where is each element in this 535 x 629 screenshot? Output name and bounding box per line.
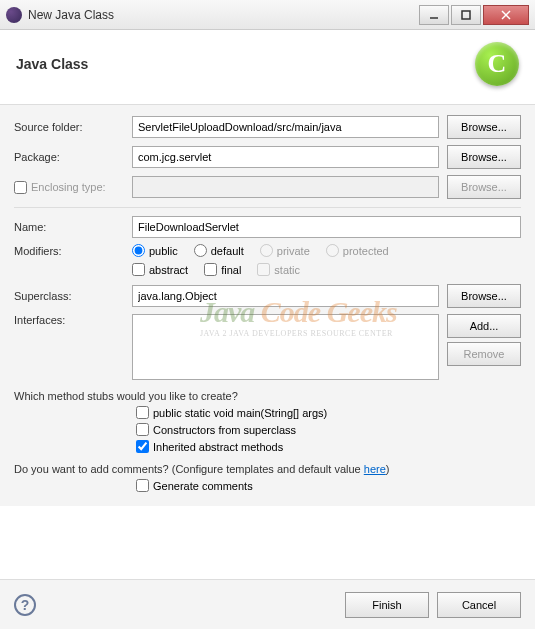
window-title: New Java Class [28, 8, 419, 22]
eclipse-icon [6, 7, 22, 23]
stub-constructors[interactable]: Constructors from superclass [136, 423, 521, 436]
modifiers-label: Modifiers: [14, 245, 124, 257]
name-label: Name: [14, 221, 124, 233]
enclosing-type-browse-button: Browse... [447, 175, 521, 199]
configure-templates-link[interactable]: here [364, 463, 386, 475]
close-button[interactable] [483, 5, 529, 25]
generate-comments[interactable]: Generate comments [136, 479, 521, 492]
interfaces-add-button[interactable]: Add... [447, 314, 521, 338]
superclass-input[interactable] [132, 285, 439, 307]
modifier-public[interactable]: public [132, 244, 178, 257]
stub-inherited[interactable]: Inherited abstract methods [136, 440, 521, 453]
name-input[interactable] [132, 216, 521, 238]
modifier-private: private [260, 244, 310, 257]
window-titlebar: New Java Class [0, 0, 535, 30]
interfaces-remove-button: Remove [447, 342, 521, 366]
finish-button[interactable]: Finish [345, 592, 429, 618]
svg-rect-1 [462, 11, 470, 19]
interfaces-list[interactable] [132, 314, 439, 380]
stub-main[interactable]: public static void main(String[] args) [136, 406, 521, 419]
interfaces-label: Interfaces: [14, 314, 124, 326]
modifier-final[interactable]: final [204, 263, 241, 276]
source-folder-input[interactable] [132, 116, 439, 138]
modifier-abstract[interactable]: abstract [132, 263, 188, 276]
enclosing-type-checkbox[interactable] [14, 181, 27, 194]
dialog-footer: ? Finish Cancel [0, 579, 535, 629]
enclosing-type-label[interactable]: Enclosing type: [14, 181, 124, 194]
help-icon[interactable]: ? [14, 594, 36, 616]
minimize-button[interactable] [419, 5, 449, 25]
modifier-protected: protected [326, 244, 389, 257]
page-title: Java Class [16, 56, 88, 72]
superclass-browse-button[interactable]: Browse... [447, 284, 521, 308]
stubs-question: Which method stubs would you like to cre… [14, 390, 521, 402]
modifier-default[interactable]: default [194, 244, 244, 257]
class-icon: C [475, 42, 519, 86]
form-area: Source folder: Browse... Package: Browse… [0, 105, 535, 506]
cancel-button[interactable]: Cancel [437, 592, 521, 618]
comments-question: Do you want to add comments? (Configure … [14, 463, 521, 475]
package-label: Package: [14, 151, 124, 163]
separator [14, 207, 521, 208]
superclass-label: Superclass: [14, 290, 124, 302]
dialog-header: Java Class C [0, 30, 535, 105]
modifier-static: static [257, 263, 300, 276]
package-browse-button[interactable]: Browse... [447, 145, 521, 169]
source-folder-label: Source folder: [14, 121, 124, 133]
maximize-button[interactable] [451, 5, 481, 25]
package-input[interactable] [132, 146, 439, 168]
enclosing-type-input [132, 176, 439, 198]
source-folder-browse-button[interactable]: Browse... [447, 115, 521, 139]
window-controls [419, 5, 529, 25]
